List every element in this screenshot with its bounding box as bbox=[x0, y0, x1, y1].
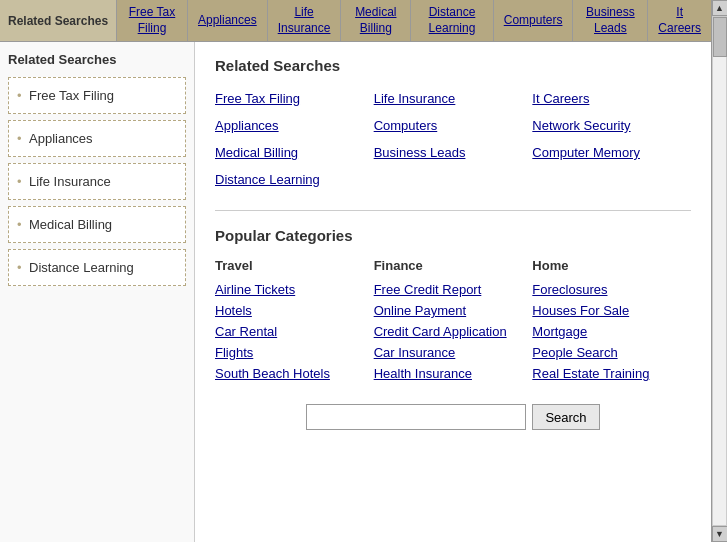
search-button[interactable]: Search bbox=[532, 404, 599, 430]
category-link-car-insurance[interactable]: Car Insurance bbox=[374, 342, 523, 363]
nav-items: Free Tax FilingAppliancesLife InsuranceM… bbox=[116, 0, 711, 41]
category-link-free-credit-report[interactable]: Free Credit Report bbox=[374, 279, 523, 300]
sidebar-item-appliances[interactable]: Appliances bbox=[8, 120, 186, 157]
sidebar-item-life-insurance[interactable]: Life Insurance bbox=[8, 163, 186, 200]
category-link-houses-for-sale[interactable]: Houses For Sale bbox=[532, 300, 681, 321]
related-searches-title: Related Searches bbox=[215, 57, 691, 74]
nav-item-appliances[interactable]: Appliances bbox=[187, 0, 267, 41]
related-searches-section: Related Searches Free Tax FilingLife Ins… bbox=[215, 57, 691, 190]
sidebar-title: Related Searches bbox=[8, 52, 186, 67]
category-link-flights[interactable]: Flights bbox=[215, 342, 364, 363]
category-col-home: HomeForeclosuresHouses For SaleMortgageP… bbox=[532, 258, 691, 384]
sidebar-item-free-tax-filing[interactable]: Free Tax Filing bbox=[8, 77, 186, 114]
nav-label: Related Searches bbox=[0, 0, 116, 41]
nav-item-life-insurance[interactable]: Life Insurance bbox=[267, 0, 341, 41]
category-col-finance: FinanceFree Credit ReportOnline PaymentC… bbox=[374, 258, 533, 384]
scroll-thumb[interactable] bbox=[713, 17, 727, 57]
category-header-finance: Finance bbox=[374, 258, 523, 273]
sidebar-item-medical-billing[interactable]: Medical Billing bbox=[8, 206, 186, 243]
category-link-mortgage[interactable]: Mortgage bbox=[532, 321, 681, 342]
related-link-computer-memory[interactable]: Computer Memory bbox=[532, 142, 691, 163]
category-header-travel: Travel bbox=[215, 258, 364, 273]
category-link-health-insurance[interactable]: Health Insurance bbox=[374, 363, 523, 384]
nav-item-it-careers[interactable]: It Careers bbox=[647, 0, 711, 41]
category-header-home: Home bbox=[532, 258, 681, 273]
scroll-down-button[interactable]: ▼ bbox=[712, 526, 728, 542]
nav-item-medical-billing[interactable]: Medical Billing bbox=[340, 0, 410, 41]
scrollbar[interactable]: ▲ ▼ bbox=[711, 0, 727, 542]
nav-item-business-leads[interactable]: Business Leads bbox=[572, 0, 647, 41]
related-link-life-insurance[interactable]: Life Insurance bbox=[374, 88, 533, 109]
related-link-distance-learning[interactable]: Distance Learning bbox=[215, 169, 374, 190]
related-link-appliances[interactable]: Appliances bbox=[215, 115, 374, 136]
category-col-travel: TravelAirline TicketsHotelsCar RentalFli… bbox=[215, 258, 374, 384]
related-link-free-tax-filing[interactable]: Free Tax Filing bbox=[215, 88, 374, 109]
nav-item-free-tax-filing[interactable]: Free Tax Filing bbox=[116, 0, 187, 41]
category-link-online-payment[interactable]: Online Payment bbox=[374, 300, 523, 321]
search-bar: Search bbox=[215, 384, 691, 440]
sidebar-items: Free Tax FilingAppliancesLife InsuranceM… bbox=[8, 77, 186, 286]
category-link-hotels[interactable]: Hotels bbox=[215, 300, 364, 321]
related-link-it-careers[interactable]: It Careers bbox=[532, 88, 691, 109]
related-link-computers[interactable]: Computers bbox=[374, 115, 533, 136]
related-searches-grid: Free Tax FilingLife InsuranceIt CareersA… bbox=[215, 88, 691, 190]
category-link-south-beach-hotels[interactable]: South Beach Hotels bbox=[215, 363, 364, 384]
category-link-car-rental[interactable]: Car Rental bbox=[215, 321, 364, 342]
category-link-foreclosures[interactable]: Foreclosures bbox=[532, 279, 681, 300]
popular-categories-section: Popular Categories TravelAirline Tickets… bbox=[215, 227, 691, 384]
related-link-network-security[interactable]: Network Security bbox=[532, 115, 691, 136]
section-divider bbox=[215, 210, 691, 211]
related-link-medical-billing[interactable]: Medical Billing bbox=[215, 142, 374, 163]
scroll-track[interactable] bbox=[712, 16, 727, 526]
categories-grid: TravelAirline TicketsHotelsCar RentalFli… bbox=[215, 258, 691, 384]
related-link-business-leads[interactable]: Business Leads bbox=[374, 142, 533, 163]
category-link-people-search[interactable]: People Search bbox=[532, 342, 681, 363]
top-nav: Related Searches Free Tax FilingApplianc… bbox=[0, 0, 711, 42]
nav-item-distance-learning[interactable]: Distance Learning bbox=[410, 0, 493, 41]
search-input[interactable] bbox=[306, 404, 526, 430]
popular-categories-title: Popular Categories bbox=[215, 227, 691, 244]
sidebar: Related Searches Free Tax FilingApplianc… bbox=[0, 42, 195, 542]
nav-item-computers[interactable]: Computers bbox=[493, 0, 573, 41]
category-link-credit-card-application[interactable]: Credit Card Application bbox=[374, 321, 523, 342]
category-link-real-estate-training[interactable]: Real Estate Training bbox=[532, 363, 681, 384]
sidebar-item-distance-learning[interactable]: Distance Learning bbox=[8, 249, 186, 286]
category-link-airline-tickets[interactable]: Airline Tickets bbox=[215, 279, 364, 300]
scroll-up-button[interactable]: ▲ bbox=[712, 0, 728, 16]
content-panel: Related Searches Free Tax FilingLife Ins… bbox=[195, 42, 711, 542]
